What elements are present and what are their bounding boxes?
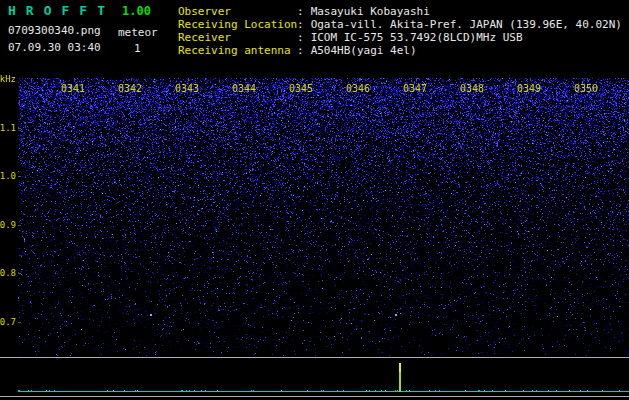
info-label: Receiver <box>178 31 297 44</box>
logo-letter: H <box>8 3 26 18</box>
info-label: Observer <box>178 5 297 18</box>
meteor-count: 1 <box>134 42 141 55</box>
output-filename: 0709300340.png <box>8 24 101 37</box>
y-tick: 0.9 <box>0 220 16 230</box>
mode-label: meteor <box>118 26 158 39</box>
info-label: Receiving Location <box>178 18 297 31</box>
logo-letter: T <box>97 3 115 18</box>
app-logo: HROFFT <box>8 3 115 18</box>
x-tick: 0344 <box>232 83 256 94</box>
x-tick: 0348 <box>460 83 484 94</box>
y-tick: 0.7 <box>0 317 16 327</box>
info-row-antenna: Receiving antenna:A504HB(yagi 4el) <box>178 44 622 57</box>
x-tick: 0341 <box>61 83 85 94</box>
hrofft-output: HROFFT 1.00 0709300340.png meteor 07.09.… <box>0 0 629 400</box>
x-tick: 0343 <box>175 83 199 94</box>
info-label: Receiving antenna <box>178 44 297 57</box>
info-separator: : <box>297 5 304 18</box>
x-tick: 0342 <box>118 83 142 94</box>
spectrogram-canvas <box>18 78 629 356</box>
x-tick: 0347 <box>403 83 427 94</box>
x-tick: 0346 <box>346 83 370 94</box>
signal-level-graph <box>0 357 629 397</box>
logo-letter: O <box>44 3 62 18</box>
info-separator: : <box>297 44 304 57</box>
y-axis-unit: kHz <box>0 74 16 84</box>
info-value: A504HB(yagi 4el) <box>311 44 417 57</box>
info-row-location: Receiving Location:Ogata-vill. Akita-Pre… <box>178 18 622 31</box>
logo-letter: R <box>26 3 44 18</box>
logo-letter: F <box>79 3 97 18</box>
x-tick: 0350 <box>574 83 598 94</box>
app-version: 1.00 <box>122 4 151 18</box>
logo-letter: F <box>61 3 79 18</box>
info-value: Masayuki Kobayashi <box>311 5 430 18</box>
y-tick: 1.1 <box>0 123 16 133</box>
info-value: Ogata-vill. Akita-Pref. JAPAN (139.96E, … <box>311 18 622 31</box>
y-tick: 0.8 <box>0 268 16 278</box>
x-tick: 0349 <box>517 83 541 94</box>
station-info: Observer:Masayuki Kobayashi Receiving Lo… <box>178 5 622 57</box>
x-tick: 0345 <box>289 83 313 94</box>
info-row-observer: Observer:Masayuki Kobayashi <box>178 5 622 18</box>
timestamp: 07.09.30 03:40 <box>8 41 101 54</box>
info-separator: : <box>297 31 304 44</box>
info-separator: : <box>297 18 304 31</box>
info-value: ICOM IC-575 53.7492(8LCD)MHz USB <box>311 31 523 44</box>
y-tick: 1.0 <box>0 171 16 181</box>
info-row-receiver: Receiver:ICOM IC-575 53.7492(8LCD)MHz US… <box>178 31 622 44</box>
